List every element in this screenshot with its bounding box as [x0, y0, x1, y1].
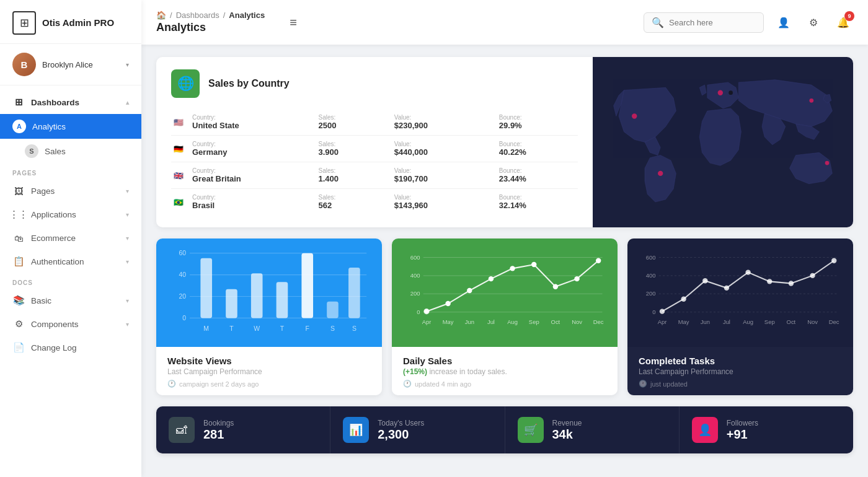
clock-icon: 🕐	[167, 380, 176, 388]
svg-point-42	[553, 284, 558, 289]
sidebar-label-pages: Pages	[31, 186, 55, 196]
svg-point-68	[789, 281, 794, 286]
sidebar-item-dashboards[interactable]: ⊞ Dashboards ▴	[0, 90, 141, 114]
svg-text:Sep: Sep	[529, 318, 539, 325]
user-profile[interactable]: B Brooklyn Alice ▾	[0, 44, 141, 85]
sidebar-item-applications[interactable]: ⋮⋮ Applications ▾	[0, 203, 141, 226]
flag-icon: 🇬🇧	[171, 162, 190, 189]
svg-text:Apr: Apr	[658, 318, 667, 325]
svg-text:F: F	[306, 325, 309, 332]
stats-row: 60 40 20 0 M T	[156, 239, 853, 395]
svg-text:Sep: Sep	[764, 318, 775, 325]
sidebar-label-components: Components	[31, 320, 79, 329]
svg-text:Dec: Dec	[593, 318, 604, 325]
completed-tasks-body: Completed Tasks Last Campaign Performanc…	[627, 347, 853, 395]
svg-point-67	[767, 279, 772, 284]
chevron-down-icon: ▾	[126, 61, 129, 68]
dashboards-icon: ⊞	[12, 96, 25, 108]
svg-point-39	[489, 276, 494, 281]
sidebar-label-sales: Sales	[45, 147, 66, 156]
sidebar-item-sales[interactable]: S Sales	[0, 139, 141, 164]
flag-icon: 🇩🇪	[171, 136, 190, 162]
user-icon[interactable]: 👤	[774, 12, 794, 32]
page-title: Analytics	[156, 21, 265, 34]
daily-sales-footer: 🕐 updated 4 min ago	[403, 380, 606, 388]
home-icon: 🏠	[156, 11, 166, 20]
svg-text:Dec: Dec	[829, 318, 839, 325]
search-input[interactable]	[669, 18, 756, 27]
line-chart-svg-green: 600 400 200 0	[401, 246, 609, 347]
svg-text:Apr: Apr	[422, 318, 432, 325]
sidebar-item-authentication[interactable]: 📋 Authentication ▾	[0, 250, 141, 273]
settings-icon[interactable]: ⚙	[804, 12, 823, 32]
table-row: 🇬🇧 Country: Great Britain Sales: 1.400 V…	[171, 162, 578, 189]
svg-rect-14	[200, 258, 212, 318]
sidebar-item-pages[interactable]: 🖼 Pages ▾	[0, 179, 141, 203]
logo-area: ⊞ Otis Admin PRO	[0, 0, 141, 44]
notification-icon[interactable]: 🔔 9	[833, 12, 853, 32]
followers-label: Followers	[727, 419, 758, 427]
sidebar-label-changelog: Change Log	[31, 343, 77, 352]
world-map-svg	[593, 57, 853, 227]
followers-icon: 👤	[692, 417, 718, 443]
applications-icon: ⋮⋮	[12, 208, 25, 221]
svg-point-64	[702, 278, 707, 283]
svg-rect-19	[327, 302, 339, 318]
svg-text:T: T	[229, 325, 234, 332]
chevron-down-icon: ▾	[126, 321, 129, 328]
svg-text:0: 0	[652, 309, 655, 315]
bottom-stat-bookings: 🛋 Bookings 281	[156, 406, 330, 453]
svg-text:T: T	[280, 325, 285, 332]
svg-rect-15	[226, 289, 237, 318]
main-content: 🏠 / Dashboards / Analytics Analytics ≡ 🔍…	[141, 0, 868, 477]
completed-tasks-subtitle: Last Campaign Performance	[639, 367, 842, 376]
svg-point-66	[745, 269, 750, 274]
sidebar-item-analytics[interactable]: A Analytics	[0, 114, 141, 139]
flag-icon: 🇧🇷	[171, 189, 190, 216]
logo-text: Otis Admin PRO	[42, 17, 114, 28]
search-box[interactable]: 🔍	[644, 12, 764, 33]
website-views-chart: 60 40 20 0 M T	[156, 239, 382, 347]
svg-point-41	[531, 262, 536, 267]
chevron-down-icon: ▾	[126, 258, 129, 265]
search-icon: 🔍	[652, 17, 664, 28]
sidebar-label-applications: Applications	[31, 210, 76, 219]
website-views-footer: 🕐 campaign sent 2 days ago	[167, 380, 371, 388]
svg-text:20: 20	[179, 293, 186, 300]
table-row: 🇧🇷 Country: Brasil Sales: 562 Value: $14…	[171, 189, 578, 216]
hamburger-icon[interactable]: ≡	[290, 15, 297, 30]
today_users-value: 2,300	[378, 427, 424, 442]
line-chart-svg-dark: 600 400 200 0	[636, 246, 844, 347]
sidebar-item-basic[interactable]: 📚 Basic ▾	[0, 289, 141, 312]
chevron-down-icon: ▾	[126, 235, 129, 242]
svg-text:M: M	[203, 325, 209, 332]
sidebar-label-authentication: Authentication	[31, 257, 84, 266]
followers-value: +91	[727, 427, 758, 442]
svg-text:Jun: Jun	[465, 318, 474, 325]
svg-point-1	[658, 171, 663, 176]
components-icon: ⚙	[12, 318, 25, 330]
breadcrumb-analytics: Analytics	[229, 11, 265, 20]
breadcrumb-dashboards[interactable]: Dashboards	[176, 11, 219, 20]
bottom-stats-bar: 🛋 Bookings 281 📊 Today's Users 2,300 🛒 R…	[156, 406, 853, 453]
daily-sales-card: 600 400 200 0	[392, 239, 618, 395]
svg-point-43	[574, 276, 579, 281]
globe-icon: 🌐	[171, 69, 200, 98]
svg-text:40: 40	[179, 271, 186, 278]
sidebar-item-components[interactable]: ⚙ Components ▾	[0, 312, 141, 336]
bar-chart-svg: 60 40 20 0 M T	[165, 246, 373, 347]
country-table: 🇺🇸 Country: United State Sales: 2500 Val…	[171, 109, 578, 215]
svg-point-62	[660, 309, 665, 313]
header-left: 🏠 / Dashboards / Analytics Analytics	[156, 11, 265, 34]
svg-point-65	[724, 286, 729, 291]
logo-icon: ⊞	[12, 11, 36, 35]
svg-text:May: May	[678, 318, 689, 325]
sidebar-item-changelog[interactable]: 📄 Change Log	[0, 336, 141, 359]
daily-sales-chart: 600 400 200 0	[392, 239, 618, 347]
avatar: B	[12, 53, 36, 76]
completed-tasks-chart: 600 400 200 0	[627, 239, 853, 347]
svg-text:S: S	[330, 325, 335, 332]
bottom-stat-revenue: 🛒 Revenue 34k	[505, 406, 680, 453]
sidebar-label-ecommerce: Ecommerce	[31, 234, 76, 243]
sidebar-item-ecommerce[interactable]: 🛍 Ecommerce ▾	[0, 226, 141, 250]
